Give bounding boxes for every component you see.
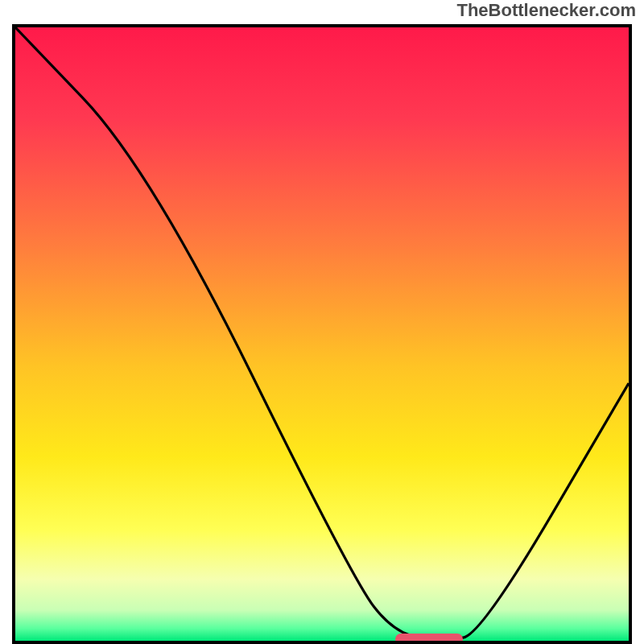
chart-curve — [15, 27, 629, 641]
bottleneck-chart — [12, 24, 632, 644]
watermark-text: TheBottlenecker.com — [456, 0, 636, 21]
optimal-range-marker — [395, 634, 463, 644]
